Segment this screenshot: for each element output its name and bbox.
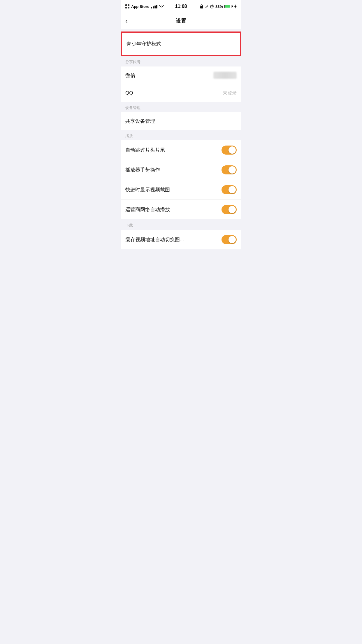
auto-skip-toggle[interactable] [222,146,237,155]
svg-line-10 [213,5,213,5]
nav-bar: ‹ 设置 [121,13,241,29]
carrier-label: App Store [131,4,149,9]
download-group: 缓存视频地址自动切换图... [121,230,241,249]
status-bar: App Store 11:08 83 [121,0,241,13]
svg-rect-3 [128,7,129,8]
screenshot-label: 快进时显示视频截图 [125,186,170,193]
share-account-title: 分享帐号 [125,60,140,65]
autoplay-label: 运营商网络自动播放 [125,206,170,213]
auto-skip-label: 自动跳过片头片尾 [125,147,165,153]
cache-switch-row[interactable]: 缓存视频地址自动切换图... [121,230,241,249]
alarm-icon [210,4,214,8]
appstore-icon [125,4,129,8]
wechat-row[interactable]: 微信 [121,66,241,84]
svg-rect-1 [128,4,129,6]
wechat-label: 微信 [125,72,135,79]
auto-skip-row[interactable]: 自动跳过片头片尾 [121,140,241,160]
status-left: App Store [125,4,164,9]
status-right: 83% [200,4,237,9]
device-management-group: 共享设备管理 [121,112,241,130]
signal-icon [151,5,157,8]
youth-protection-label: 青少年守护模式 [126,41,161,47]
screenshot-row[interactable]: 快进时显示视频截图 [121,180,241,200]
share-account-separator: 分享帐号 [121,56,241,66]
battery-label: 83% [215,4,223,9]
autoplay-row[interactable]: 运营商网络自动播放 [121,200,241,219]
download-separator: 下载 [121,219,241,230]
shared-device-row[interactable]: 共享设备管理 [121,112,241,130]
device-management-title: 设备管理 [125,105,140,111]
gesture-label: 播放器手势操作 [125,167,160,173]
cache-switch-label: 缓存视频地址自动切换图... [125,236,184,243]
screenshot-toggle[interactable] [222,185,237,194]
page-title: 设置 [176,18,186,24]
svg-line-9 [210,5,211,5]
location-icon [205,5,208,8]
share-account-group: 微信 QQ 未登录 [121,66,241,102]
qq-status: 未登录 [223,90,237,96]
gesture-row[interactable]: 播放器手势操作 [121,160,241,180]
youth-section[interactable]: 青少年守护模式 [121,32,241,56]
shared-device-label: 共享设备管理 [125,118,155,125]
back-button[interactable]: ‹ [125,17,128,25]
playback-separator: 播放 [121,130,241,140]
charging-icon [234,4,237,8]
playback-title: 播放 [125,133,133,139]
wechat-account-icon [213,72,237,79]
playback-group: 自动跳过片头片尾 播放器手势操作 快进时显示视频截图 运营商网络自动播放 [121,140,241,219]
svg-marker-5 [205,5,208,8]
svg-rect-2 [125,7,127,8]
qq-row[interactable]: QQ 未登录 [121,84,241,102]
download-title: 下载 [125,223,133,228]
lock-icon [200,4,203,8]
qq-label: QQ [125,90,133,96]
status-time: 11:08 [175,4,187,9]
svg-rect-0 [125,4,127,6]
battery-icon [224,5,233,8]
gesture-toggle[interactable] [222,165,237,174]
youth-protection-row[interactable]: 青少年守护模式 [121,32,241,55]
device-management-separator: 设备管理 [121,102,241,112]
cache-switch-toggle[interactable] [222,235,237,244]
svg-rect-4 [200,6,203,8]
autoplay-toggle[interactable] [222,205,237,214]
svg-marker-11 [234,4,237,8]
wifi-icon [159,5,164,8]
